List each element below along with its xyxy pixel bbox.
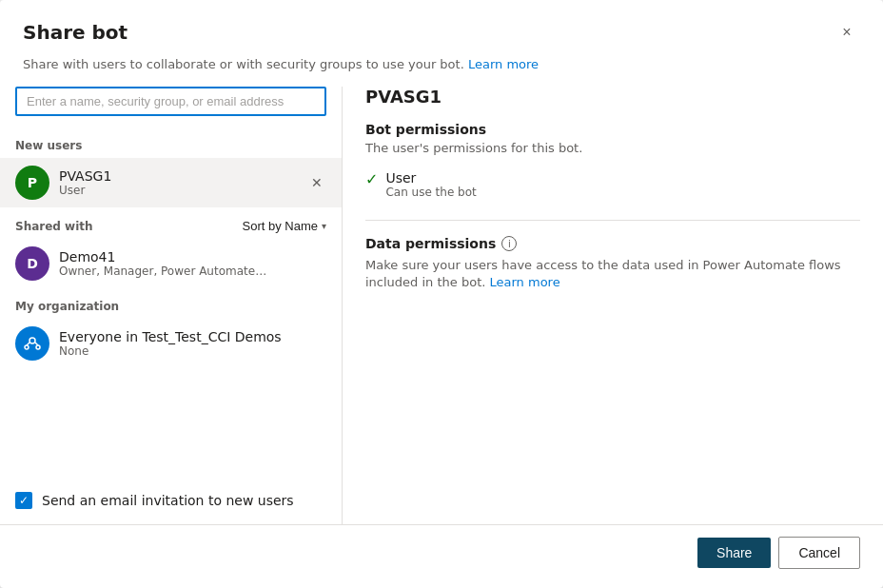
svg-point-1 [25,345,29,349]
dialog-title: Share bot [23,21,128,44]
checkmark-icon: ✓ [365,170,378,188]
permission-desc: Can use the bot [385,186,476,199]
bot-permissions-title: Bot permissions [365,122,860,137]
close-button[interactable]: × [834,19,860,46]
my-organization-label: My organization [0,288,342,319]
divider [365,220,860,221]
learn-more-link-data[interactable]: Learn more [490,275,560,289]
org-role: None [59,344,268,358]
user-role: User [59,184,268,197]
new-user-item: P PVASG1 User ✕ [0,158,342,207]
share-button[interactable]: Share [697,538,771,568]
shared-with-label: Shared with [15,220,93,233]
user-name: PVASG1 [59,168,298,184]
shared-with-header: Shared with Sort by Name ▾ [0,207,342,239]
data-permissions-desc: Make sure your users have access to the … [365,257,860,291]
data-permissions-header: Data permissions i [365,236,860,251]
dialog-header: Share bot × [0,0,883,57]
dialog-footer: Share Cancel [0,524,883,588]
user-role: Owner, Manager, Power Automate user, Tra… [59,265,268,278]
bot-permissions-desc: The user's permissions for this bot. [365,141,860,155]
chevron-down-icon: ▾ [322,221,326,231]
new-users-label: New users [0,131,342,158]
permission-name: User [385,170,476,186]
info-icon[interactable]: i [501,236,517,251]
sort-label: Sort by Name [243,219,318,233]
dialog-body: New users P PVASG1 User ✕ Shared with So… [0,87,883,524]
share-bot-dialog: Share bot × Share with users to collabor… [0,0,883,588]
permission-option: ✓ User Can use the bot [365,165,860,205]
email-invite-row: ✓ Send an email invitation to new users [0,477,342,509]
shared-user-item: D Demo41 Owner, Manager, Power Automate … [0,239,342,288]
email-invite-checkbox[interactable]: ✓ [15,492,32,509]
cancel-button[interactable]: Cancel [778,537,860,569]
data-permissions-section: Data permissions i Make sure your users … [365,236,860,291]
data-permissions-title: Data permissions [365,236,496,251]
email-invite-label: Send an email invitation to new users [42,493,294,508]
left-panel: New users P PVASG1 User ✕ Shared with So… [0,87,343,524]
learn-more-link-top[interactable]: Learn more [468,57,539,71]
remove-user-button[interactable]: ✕ [307,171,326,194]
bot-permissions-section: Bot permissions The user's permissions f… [365,122,860,205]
svg-line-3 [27,343,29,345]
svg-line-4 [35,343,38,345]
user-name: Demo41 [59,249,326,265]
right-panel-title: PVASG1 [365,87,860,122]
avatar: P [15,166,49,200]
sort-button[interactable]: Sort by Name ▾ [243,219,326,233]
user-info: PVASG1 User [59,168,298,197]
search-input[interactable] [15,87,326,116]
avatar: D [15,246,49,281]
org-name: Everyone in Test_Test_CCI Demos [59,329,326,344]
svg-point-0 [29,338,35,343]
svg-point-2 [36,345,40,349]
user-info: Demo41 Owner, Manager, Power Automate us… [59,249,326,278]
org-item: Everyone in Test_Test_CCI Demos None [0,319,342,368]
user-info: Everyone in Test_Test_CCI Demos None [59,329,326,358]
avatar [15,326,49,361]
right-panel: PVASG1 Bot permissions The user's permis… [343,87,883,524]
checkmark-icon: ✓ [19,494,29,507]
dialog-subtitle: Share with users to collaborate or with … [0,57,883,87]
